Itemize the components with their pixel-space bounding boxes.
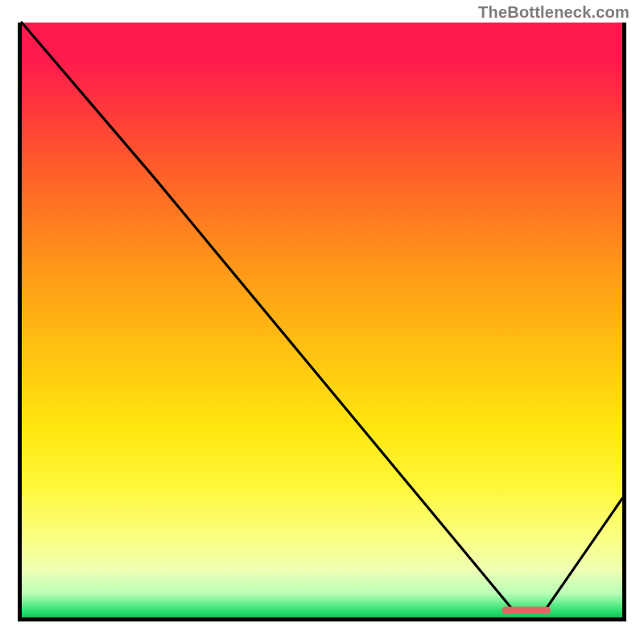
axis-left [18,23,22,621]
bottleneck-curve [22,23,622,612]
line-series [18,23,626,621]
attribution-label: TheBottleneck.com [478,3,630,22]
optimal-range-marker [502,607,551,613]
chart-container: TheBottleneck.com [0,0,644,644]
plot-area [18,23,626,621]
axis-right [622,23,626,621]
axis-bottom [18,617,626,621]
